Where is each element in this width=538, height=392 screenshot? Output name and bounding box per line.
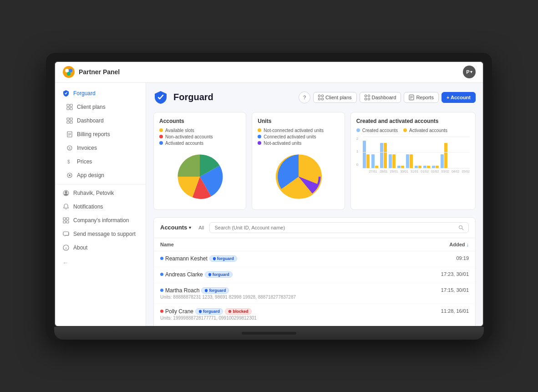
sidebar-item-invoices[interactable]: $ Invoices xyxy=(55,141,146,155)
sidebar-item-about[interactable]: i About xyxy=(55,241,146,255)
row-added-0: 09:19 xyxy=(414,255,469,261)
laptop-frame: Partner Panel P ▾ xyxy=(46,53,492,340)
bar-area: 27/01 28/01 29/01 30/01 31/01 01/02 02/0… xyxy=(363,137,470,173)
bar-group-9 xyxy=(441,143,447,168)
support-icon xyxy=(62,230,70,238)
sidebar: Forguard Client plans xyxy=(55,83,146,326)
sidebar-item-company[interactable]: Company's information xyxy=(55,214,146,227)
company-icon xyxy=(62,217,70,224)
user-avatar[interactable]: P ▾ xyxy=(463,66,476,78)
legend-item-connected: Connected activated units xyxy=(258,134,339,139)
sidebar-label-company: Company's information xyxy=(73,217,129,224)
main-content: Forguard ? xyxy=(146,83,483,326)
sidebar-item-forguard[interactable]: Forguard xyxy=(55,87,146,100)
badge-forguard-1: forguard xyxy=(205,271,233,278)
sidebar-label-about: About xyxy=(73,244,87,251)
status-dot-3 xyxy=(160,310,163,313)
top-bar-right: P ▾ xyxy=(463,66,476,78)
legend-dot-non-activated xyxy=(159,135,163,138)
row-name-3: Polly Crane forguard ⊗ blocked xyxy=(160,308,414,315)
dashboard-button[interactable]: Dashboard xyxy=(360,92,401,103)
sidebar-item-app-design[interactable]: App design xyxy=(55,168,146,182)
svg-rect-11 xyxy=(70,121,72,123)
reports-btn-icon xyxy=(409,95,414,100)
row-units-2: Units: 88888878231 1233, 98691 82998 199… xyxy=(160,295,414,300)
sidebar-item-prices[interactable]: $ Prices xyxy=(55,155,146,168)
svg-text:$: $ xyxy=(69,147,71,150)
sidebar-item-client-plans[interactable]: Client plans xyxy=(55,100,146,114)
table-row[interactable]: Polly Crane forguard ⊗ blocked Units: 19… xyxy=(154,304,475,325)
sidebar-divider-1 xyxy=(55,184,146,184)
col-header-added[interactable]: Added ↓ xyxy=(414,242,469,247)
sidebar-item-dashboard[interactable]: Dashboard xyxy=(55,114,146,127)
sidebar-back-btn[interactable]: ← xyxy=(55,255,146,271)
help-button[interactable]: ? xyxy=(299,92,310,103)
sidebar-item-user[interactable]: Ruhavik, Petovik xyxy=(55,186,146,200)
forguard-icon xyxy=(62,90,70,97)
accounts-table-section: Accounts ▾ All xyxy=(153,217,476,326)
created-chart-title: Created and activated accounts xyxy=(356,118,470,124)
sidebar-label-support: Send message to support xyxy=(73,231,136,237)
sidebar-label-app-design: App design xyxy=(77,172,104,178)
row-name-col: Andreas Clarke forguard xyxy=(160,271,414,279)
sidebar-item-billing-reports[interactable]: Billing reports xyxy=(55,127,146,141)
logo-area: Partner Panel xyxy=(62,66,120,78)
svg-rect-26 xyxy=(66,221,69,223)
dashboard-btn-icon xyxy=(365,95,370,100)
svg-point-1 xyxy=(65,69,69,72)
table-row[interactable]: Reamann Keshet forguard 09:19 xyxy=(154,251,475,267)
table-row[interactable]: Yusra Freeman forguard Units: 3999988847… xyxy=(154,325,475,326)
svg-rect-9 xyxy=(70,118,72,120)
bar-chart-wrapper: 2 1 0 xyxy=(356,137,470,173)
about-icon: i xyxy=(62,244,70,251)
badge-forguard-0: forguard xyxy=(209,255,237,262)
sidebar-label-client-plans: Client plans xyxy=(77,104,106,110)
row-name-col: Reamann Keshet forguard xyxy=(160,255,414,263)
svg-rect-35 xyxy=(368,95,370,97)
bar-group-6 xyxy=(415,166,421,168)
client-plans-icon xyxy=(66,103,73,111)
sidebar-item-support[interactable]: Send message to support xyxy=(55,227,146,241)
svg-point-22 xyxy=(65,191,67,193)
svg-text:i: i xyxy=(66,246,66,250)
billing-reports-icon xyxy=(66,131,73,138)
svg-rect-33 xyxy=(322,98,324,100)
row-name-col: Polly Crane forguard ⊗ blocked Units: 19… xyxy=(160,308,414,321)
search-input[interactable] xyxy=(214,225,456,230)
filter-all-label[interactable]: All xyxy=(198,225,204,230)
status-dot-2 xyxy=(160,289,163,292)
legend-dot-created xyxy=(356,128,360,132)
accounts-filter-btn[interactable]: Accounts ▾ xyxy=(160,224,191,231)
sidebar-label-invoices: Invoices xyxy=(77,145,97,151)
legend-dot-connected xyxy=(258,135,261,138)
row-added-3: 11:28, 16/01 xyxy=(414,308,469,314)
add-account-button[interactable]: + Account xyxy=(442,92,476,103)
sidebar-item-notifications[interactable]: Notifications xyxy=(55,200,146,214)
forguard-content-logo xyxy=(153,90,168,105)
svg-text:$: $ xyxy=(67,159,70,164)
reports-button[interactable]: Reports xyxy=(404,92,439,103)
sidebar-label-notifications: Notifications xyxy=(73,204,103,210)
svg-rect-7 xyxy=(70,107,72,110)
shield-badge-icon xyxy=(198,310,202,313)
page-title: Forguard xyxy=(173,92,213,102)
legend-dot-available xyxy=(159,128,163,132)
svg-rect-37 xyxy=(368,98,370,100)
table-row[interactable]: Andreas Clarke forguard 17:23, 30/01 xyxy=(154,267,475,283)
legend-dot-not-activated xyxy=(258,141,261,145)
table-row[interactable]: Martha Roach forguard Units: 88888878231… xyxy=(154,283,475,304)
client-plans-button[interactable]: Client plans xyxy=(313,92,356,103)
prices-icon: $ xyxy=(66,158,73,165)
bars xyxy=(363,137,470,168)
chevron-down-icon: ▾ xyxy=(189,225,191,230)
created-chart-legend: Created accounts Activated accounts xyxy=(356,128,470,133)
header-actions: ? Client plans xyxy=(299,92,476,103)
dashboard-icon xyxy=(66,117,73,124)
charts-row: Accounts Available slots Non-activated a… xyxy=(153,112,476,210)
legend-item-created: Created accounts xyxy=(356,128,398,133)
col-header-name: Name xyxy=(160,242,414,247)
x-labels: 27/01 28/01 29/01 30/01 31/01 01/02 02/0… xyxy=(363,170,470,173)
svg-rect-25 xyxy=(63,221,66,223)
created-chart-card: Created and activated accounts Created a… xyxy=(350,112,476,210)
row-name-col: Martha Roach forguard Units: 88888878231… xyxy=(160,287,414,300)
